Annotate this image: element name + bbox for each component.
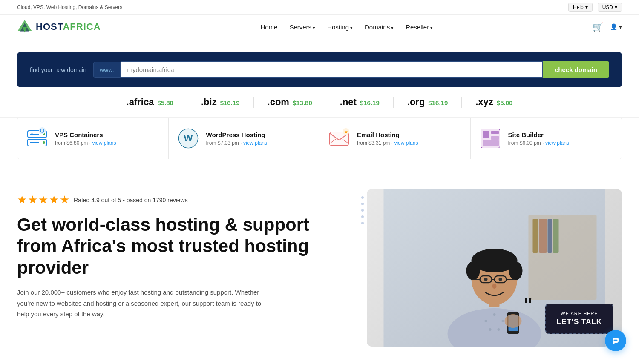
domain-ext-biz: .biz — [201, 97, 217, 108]
quote-marks: " — [524, 295, 532, 314]
svg-rect-62 — [548, 219, 552, 253]
sitebuilder-icon — [479, 127, 501, 149]
wordpress-info: WordPress Hosting from $7.03 pm · view p… — [206, 131, 267, 146]
vps-view-plans[interactable]: view plans — [92, 140, 116, 146]
logo-area[interactable]: HOSTAFRICA — [17, 19, 101, 34]
user-icon: 👤 — [610, 23, 617, 30]
help-label: Help — [573, 4, 584, 10]
chat-bubble[interactable]: WE ARE HERE LET'S TALK — [545, 304, 613, 334]
wordpress-view-plans[interactable]: view plans — [243, 140, 267, 146]
svg-point-66 — [493, 313, 496, 316]
user-chevron: ▾ — [619, 23, 622, 30]
domain-item-net[interactable]: .net $16.19 — [326, 97, 394, 108]
hero-right: // dots grid — [367, 189, 622, 347]
email-icon: ★ — [328, 127, 350, 149]
service-vps[interactable]: VPS Containers from $6.80 pm · view plan… — [17, 118, 169, 159]
svg-point-73 — [466, 261, 480, 280]
domain-price-xyz: $5.00 — [497, 99, 513, 106]
svg-point-52 — [361, 222, 364, 224]
email-view-plans[interactable]: view plans — [394, 140, 418, 146]
service-email[interactable]: ★ Email Hosting from $3.31 pm · view pla… — [320, 118, 471, 159]
domain-price-africa: $5.80 — [157, 99, 173, 106]
svg-point-85 — [505, 314, 522, 328]
email-name: Email Hosting — [357, 131, 418, 138]
svg-point-87 — [614, 340, 615, 341]
logo-text: HOSTAFRICA — [36, 21, 101, 32]
hero-left: ★ ★ ★ ★ ★ Rated 4.9 out of 5 - based on … — [17, 189, 350, 320]
star-3: ★ — [38, 193, 48, 206]
sitebuilder-view-plans[interactable]: view plans — [545, 140, 569, 146]
topbar-right: Help ▾ USD ▾ — [568, 3, 622, 12]
nav-servers[interactable]: Servers — [289, 23, 315, 31]
domain-item-africa[interactable]: .africa $5.80 — [113, 97, 187, 108]
reseller-chevron — [430, 23, 433, 31]
service-wordpress[interactable]: W WordPress Hosting from $7.03 pm · view… — [169, 118, 320, 159]
nav-hosting[interactable]: Hosting — [327, 23, 353, 31]
wordpress-name: WordPress Hosting — [206, 131, 267, 138]
star-rating: ★ ★ ★ ★ ★ — [17, 193, 69, 206]
servers-chevron — [313, 23, 315, 31]
svg-rect-27 — [483, 140, 499, 146]
nav-links: Home Servers Hosting Domains Reseller — [260, 23, 433, 31]
domain-search-input[interactable] — [121, 61, 543, 78]
bubble-line1: WE ARE HERE — [554, 310, 605, 317]
svg-rect-24 — [483, 131, 489, 138]
rating-text: Rated 4.9 out of 5 - based on 1790 revie… — [74, 197, 188, 203]
chat-fab-icon — [610, 335, 621, 346]
check-domain-button[interactable]: check domain — [543, 61, 609, 78]
star-5: ★ — [60, 193, 69, 206]
svg-point-80 — [484, 278, 488, 281]
currency-chevron: ▾ — [615, 4, 617, 10]
domain-prices: .africa $5.80 .biz $16.19 .com $13.80 .n… — [0, 87, 639, 118]
domain-price-com: $13.80 — [293, 99, 312, 106]
nav-home[interactable]: Home — [260, 23, 277, 31]
email-info: Email Hosting from $3.31 pm · view plans — [357, 131, 418, 146]
domain-item-xyz[interactable]: .xyz $5.00 — [462, 97, 526, 108]
domain-item-biz[interactable]: .biz $16.19 — [187, 97, 254, 108]
svg-point-11 — [39, 127, 46, 134]
svg-point-67 — [502, 320, 504, 322]
vps-name: VPS Containers — [55, 131, 116, 138]
nav-reseller[interactable]: Reseller — [406, 23, 433, 31]
svg-point-65 — [485, 320, 487, 322]
search-label: find your new domain — [30, 66, 86, 73]
sitebuilder-info: Site Builder from $6.09 pm · view plans — [508, 131, 569, 146]
logo-icon — [17, 19, 32, 34]
hero-heading: Get world-class hosting & support from A… — [17, 214, 350, 278]
service-sitebuilder[interactable]: Site Builder from $6.09 pm · view plans — [471, 118, 622, 159]
currency-button[interactable]: USD ▾ — [598, 3, 622, 12]
www-prefix: www. — [93, 62, 120, 78]
domain-ext-org: .org — [407, 97, 425, 108]
svg-point-69 — [498, 328, 500, 331]
topbar: Cloud, VPS, Web Hosting, Domains & Serve… — [0, 0, 639, 15]
svg-point-28 — [361, 196, 364, 199]
domain-item-org[interactable]: .org $16.19 — [394, 97, 462, 108]
star-1: ★ — [17, 193, 27, 206]
svg-point-89 — [616, 340, 618, 341]
svg-point-34 — [361, 203, 364, 205]
domain-item-com[interactable]: .com $13.80 — [254, 97, 326, 108]
cart-icon[interactable]: 🛒 — [593, 22, 603, 32]
services-row: VPS Containers from $6.80 pm · view plan… — [17, 118, 622, 159]
star-2: ★ — [28, 193, 37, 206]
svg-text:W: W — [184, 133, 193, 143]
hero-section: ★ ★ ★ ★ ★ Rated 4.9 out of 5 - based on … — [0, 172, 639, 347]
wordpress-icon: W — [177, 127, 199, 149]
sitebuilder-name: Site Builder — [508, 131, 569, 138]
svg-rect-63 — [553, 219, 559, 253]
help-chevron: ▾ — [585, 4, 588, 10]
svg-point-9 — [31, 133, 33, 135]
help-button[interactable]: Help ▾ — [568, 3, 593, 12]
navbar: HOSTAFRICA Home Servers Hosting Domains … — [0, 15, 639, 39]
svg-point-46 — [361, 215, 364, 218]
svg-point-88 — [615, 340, 616, 341]
nav-domains[interactable]: Domains — [365, 23, 394, 31]
domain-ext-com: .com — [268, 97, 289, 108]
svg-rect-59 — [529, 215, 597, 300]
stars-row: ★ ★ ★ ★ ★ Rated 4.9 out of 5 - based on … — [17, 193, 350, 206]
topbar-tagline: Cloud, VPS, Web Hosting, Domains & Serve… — [17, 4, 122, 10]
user-button[interactable]: 👤 ▾ — [610, 23, 622, 30]
currency-label: USD — [602, 4, 613, 10]
svg-point-82 — [492, 284, 497, 289]
sitebuilder-pricing: from $6.09 pm · view plans — [508, 140, 569, 146]
